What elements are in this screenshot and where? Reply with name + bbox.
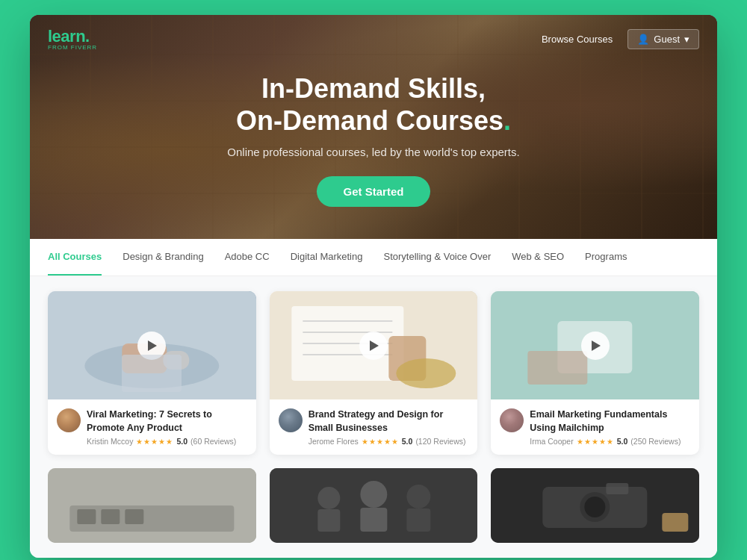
get-started-button[interactable]: Get Started: [317, 176, 431, 207]
svg-rect-3: [163, 351, 189, 370]
hero-title-dot: .: [503, 105, 511, 136]
card-info: Brand Strategy and Design for Small Busi…: [270, 399, 478, 455]
hero-section: learn. FROM FIVERR Browse Courses 👤 Gues…: [30, 15, 717, 239]
play-button[interactable]: [137, 332, 166, 360]
card-info: Viral Marketing: 7 Secrets to Promote An…: [48, 399, 256, 455]
play-icon: [370, 340, 379, 351]
avatar: [57, 408, 81, 432]
tab-web-seo[interactable]: Web & SEO: [512, 239, 564, 276]
play-button[interactable]: [581, 332, 610, 360]
browser-window: learn. FROM FIVERR Browse Courses 👤 Gues…: [30, 15, 717, 558]
svg-rect-32: [663, 513, 689, 532]
hero-content: In-Demand Skills, On-Demand Courses. Onl…: [30, 63, 717, 239]
svg-rect-31: [607, 483, 629, 494]
svg-rect-26: [406, 508, 430, 532]
tab-adobe-cc[interactable]: Adobe CC: [225, 239, 270, 276]
card-text: Brand Strategy and Design for Small Busi…: [309, 408, 469, 446]
course-card-partial[interactable]: [270, 468, 478, 543]
guest-label: Guest: [654, 34, 680, 45]
svg-point-23: [360, 481, 387, 508]
play-icon: [148, 340, 157, 351]
course-thumbnail: [270, 291, 478, 399]
courses-section: Viral Marketing: 7 Secrets to Promote An…: [30, 276, 717, 558]
logo[interactable]: learn. FROM FIVERR: [48, 27, 97, 51]
svg-point-25: [406, 485, 430, 508]
thumb-illustration: [491, 468, 699, 543]
nav-right: Browse Courses 👤 Guest ▾: [542, 29, 699, 49]
courses-grid-bottom: [48, 468, 699, 543]
guest-button[interactable]: 👤 Guest ▾: [627, 29, 699, 49]
course-thumbnail: [491, 291, 699, 399]
star-rating: ★★★★★: [136, 438, 173, 446]
course-card[interactable]: Viral Marketing: 7 Secrets to Promote An…: [48, 291, 256, 455]
course-thumbnail: [48, 291, 256, 399]
svg-point-30: [585, 497, 606, 517]
course-card-partial[interactable]: [491, 468, 699, 543]
tab-digital-marketing[interactable]: Digital Marketing: [291, 239, 363, 276]
rating-value: 5.0: [402, 437, 413, 446]
logo-text: learn.: [48, 27, 90, 46]
svg-rect-18: [101, 509, 120, 524]
hero-nav: learn. FROM FIVERR Browse Courses 👤 Gues…: [30, 15, 717, 63]
svg-point-21: [317, 487, 340, 509]
logo-sub: FROM FIVERR: [48, 44, 97, 51]
card-instructor: Brand Strategy and Design for Small Busi…: [279, 408, 469, 446]
thumb-illustration: [270, 468, 478, 543]
svg-rect-22: [317, 509, 340, 532]
rating-value: 5.0: [176, 437, 187, 446]
svg-rect-24: [360, 508, 387, 532]
star-rating: ★★★★★: [362, 438, 399, 446]
star-rating: ★★★★★: [577, 438, 614, 446]
play-icon: [592, 340, 601, 351]
instructor-name: Irma Cooper: [530, 437, 573, 446]
browse-courses-link[interactable]: Browse Courses: [542, 34, 613, 45]
course-title: Brand Strategy and Design for Small Busi…: [309, 408, 469, 435]
hero-title-line2: On-Demand Courses: [236, 105, 503, 136]
tab-design-branding[interactable]: Design & Branding: [123, 239, 203, 276]
tab-programs[interactable]: Programs: [585, 239, 627, 276]
svg-rect-19: [125, 509, 143, 524]
hero-title: In-Demand Skills, On-Demand Courses.: [236, 72, 511, 137]
svg-point-11: [396, 358, 456, 388]
hero-title-line1: In-Demand Skills,: [261, 73, 486, 104]
card-meta: Jerome Flores ★★★★★ 5.0 (120 Reviews): [309, 437, 469, 446]
courses-grid: Viral Marketing: 7 Secrets to Promote An…: [48, 291, 699, 455]
course-title: Email Marketing Fundamentals Using Mailc…: [530, 408, 690, 435]
hero-subtitle: Online professional courses, led by the …: [227, 146, 519, 158]
thumb-illustration: [48, 468, 256, 543]
rating-value: 5.0: [617, 437, 628, 446]
card-meta: Kristin Mccoy ★★★★★ 5.0 (60 Reviews): [87, 437, 247, 446]
avatar: [500, 408, 524, 432]
card-instructor: Email Marketing Fundamentals Using Mailc…: [500, 408, 690, 446]
svg-rect-14: [528, 351, 588, 385]
card-text: Email Marketing Fundamentals Using Mailc…: [530, 408, 690, 446]
card-meta: Irma Cooper ★★★★★ 5.0 (250 Reviews): [530, 437, 690, 446]
category-tabs: All Courses Design & Branding Adobe CC D…: [30, 239, 717, 276]
user-icon: 👤: [637, 34, 649, 45]
review-count: (60 Reviews): [190, 437, 236, 446]
review-count: (120 Reviews): [415, 437, 465, 446]
card-text: Viral Marketing: 7 Secrets to Promote An…: [87, 408, 247, 446]
course-card[interactable]: Email Marketing Fundamentals Using Mailc…: [491, 291, 699, 455]
chevron-down-icon: ▾: [684, 34, 689, 45]
card-info: Email Marketing Fundamentals Using Mailc…: [491, 399, 699, 455]
tab-all-courses[interactable]: All Courses: [48, 239, 102, 276]
course-card-partial[interactable]: [48, 468, 256, 543]
svg-rect-17: [77, 509, 96, 524]
instructor-name: Kristin Mccoy: [87, 437, 133, 446]
play-button[interactable]: [359, 332, 388, 360]
instructor-name: Jerome Flores: [309, 437, 359, 446]
review-count: (250 Reviews): [630, 437, 681, 446]
tab-storytelling-voice-over[interactable]: Storytelling & Voice Over: [383, 239, 491, 276]
course-card[interactable]: Brand Strategy and Design for Small Busi…: [270, 291, 478, 455]
card-instructor: Viral Marketing: 7 Secrets to Promote An…: [57, 408, 247, 446]
avatar: [279, 408, 303, 432]
course-title: Viral Marketing: 7 Secrets to Promote An…: [87, 408, 247, 435]
